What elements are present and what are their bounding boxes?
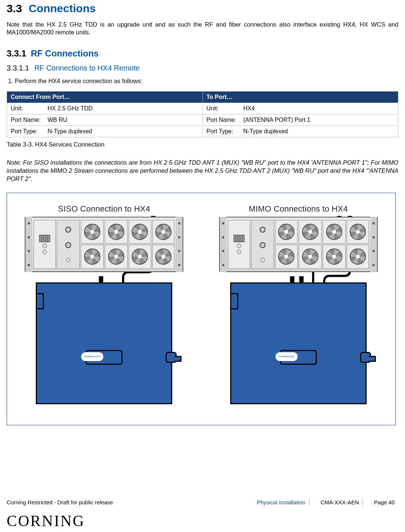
fan-module	[323, 245, 346, 269]
subsection-title: RF Connections	[31, 48, 98, 58]
subsection-heading-3-3-1: 3.3.1RF Connections	[7, 48, 398, 59]
cell-label: Unit:	[207, 105, 243, 112]
divider	[309, 499, 317, 505]
rack-handle-right	[176, 217, 183, 272]
hx4-rack-unit	[219, 217, 378, 272]
box-latch-icon	[230, 293, 238, 309]
rack-module-right	[251, 220, 274, 269]
table-row: Unit:HX 2.5 GHz TDD Unit:HX4	[7, 103, 398, 114]
mobileaccess-badge: mobileaccess	[81, 352, 103, 361]
rack-handle-right	[370, 217, 377, 272]
section-number: 3.3	[7, 2, 22, 14]
page-footer: Corning Restricted - Draft for public re…	[7, 499, 398, 505]
table-header-to: To Port…	[202, 91, 398, 103]
divider	[363, 499, 370, 505]
subsubsection-heading-3-3-1-1: 3.3.1.1RF Connections to HX4 Remote	[7, 64, 398, 72]
cell-label: Port Name:	[11, 117, 48, 123]
fan-module	[105, 220, 128, 244]
fan-icon	[84, 248, 100, 265]
fan-icon	[108, 224, 124, 240]
cell-label: Port Name:	[207, 117, 243, 123]
port-icon	[42, 250, 47, 254]
fan-icon	[350, 224, 366, 240]
rack-handle-left	[220, 217, 226, 272]
port-icon	[237, 244, 241, 248]
antenna-port-icon	[65, 227, 71, 233]
box-handle-icon	[166, 352, 177, 363]
fan-module	[275, 220, 298, 244]
fan-module	[81, 220, 104, 244]
fan-icon	[326, 248, 342, 265]
port-icon	[66, 258, 70, 262]
fan-module	[105, 245, 128, 269]
box-handle-icon	[360, 352, 371, 363]
antenna-port-icon	[260, 242, 266, 248]
mimo-column: MIMO Connections to HX4	[210, 204, 387, 425]
fan-icon	[326, 224, 342, 240]
fan-icon	[302, 224, 318, 240]
subsubsection-title: RF Connections to HX4 Remote	[34, 64, 140, 72]
subsection-number: 3.3.1	[7, 48, 26, 58]
hx-tdd-unit: mobileaccess	[36, 282, 172, 404]
fan-icon	[132, 224, 148, 240]
footer-section: Physical Installation	[253, 499, 309, 505]
table-row: Port Name:WB RU Port Name:(ANTENNA PORT)…	[7, 114, 398, 126]
fan-module	[152, 245, 174, 269]
cell-label: Unit:	[11, 105, 48, 112]
note-paragraph: Note: For SISO installations the connect…	[7, 158, 398, 183]
dip-switch-icon	[233, 235, 245, 242]
intro-paragraph: Note that the HX 2.5 GHz TDD is an upgra…	[7, 21, 398, 37]
hx-tdd-unit: mobileaccess	[230, 282, 367, 404]
footer-classification: Corning Restricted - Draft for public re…	[7, 499, 113, 505]
section-title: Connections	[29, 2, 96, 14]
cell-value: N-Type duplexed	[48, 128, 92, 134]
fan-module	[347, 220, 369, 244]
fan-module	[299, 220, 322, 244]
rack-module-left	[228, 220, 250, 269]
section-heading-3-3: 3.3Connections	[7, 0, 398, 15]
fan-icon	[108, 248, 124, 265]
antenna-port-icon	[260, 227, 266, 233]
fan-module	[129, 245, 152, 269]
hx4-rack-unit	[25, 217, 183, 272]
fan-icon	[155, 248, 172, 265]
fan-module	[152, 220, 174, 244]
footer-page-number: Page 40	[370, 499, 398, 505]
cell-value: WB RU	[48, 117, 67, 123]
subsubsection-number: 3.3.1.1	[7, 64, 29, 72]
corning-logo: CORNING	[7, 512, 85, 530]
rack-handle-left	[25, 217, 32, 272]
fan-icon	[155, 224, 172, 240]
port-icon	[260, 258, 265, 262]
cell-value: HX 2.5 GHz TDD	[48, 105, 93, 111]
dip-switch-icon	[39, 235, 50, 242]
fan-icon	[278, 248, 294, 265]
table-row: Port Type:N-Type duplexed Port Type:N-Ty…	[7, 126, 398, 137]
fan-module	[81, 245, 104, 269]
cell-value: HX4	[243, 105, 255, 111]
fan-icon	[278, 224, 294, 240]
box-latch-icon	[36, 293, 44, 309]
cell-label: Port Type:	[207, 128, 243, 135]
fan-module	[299, 245, 322, 269]
cell-label: Port Type:	[11, 128, 48, 135]
fan-icon	[302, 248, 318, 265]
port-icon	[42, 244, 47, 248]
fan-module	[347, 245, 369, 269]
rack-module-right	[57, 220, 80, 269]
fan-module	[129, 220, 152, 244]
siso-column: SISO Connection to HX4	[15, 204, 193, 425]
port-icon	[237, 250, 241, 254]
step-1-text: 1. Perform the HX4 service connection as…	[7, 78, 398, 85]
fan-icon	[132, 248, 148, 265]
fan-icon	[84, 224, 100, 240]
connections-table: Connect From Port… To Port… Unit:HX 2.5 …	[7, 91, 398, 137]
table-header-from: Connect From Port…	[7, 91, 203, 103]
fan-module	[323, 220, 346, 244]
cell-value: N-Type duplexed	[243, 128, 288, 134]
mimo-title: MIMO Connections to HX4	[249, 204, 348, 214]
siso-title: SISO Connection to HX4	[58, 204, 150, 214]
cell-value: (ANTENNA PORT) Port 1	[243, 117, 311, 123]
table-caption: Table 3-3. HX4 Services Connection	[7, 141, 398, 148]
fan-icon	[350, 248, 366, 265]
